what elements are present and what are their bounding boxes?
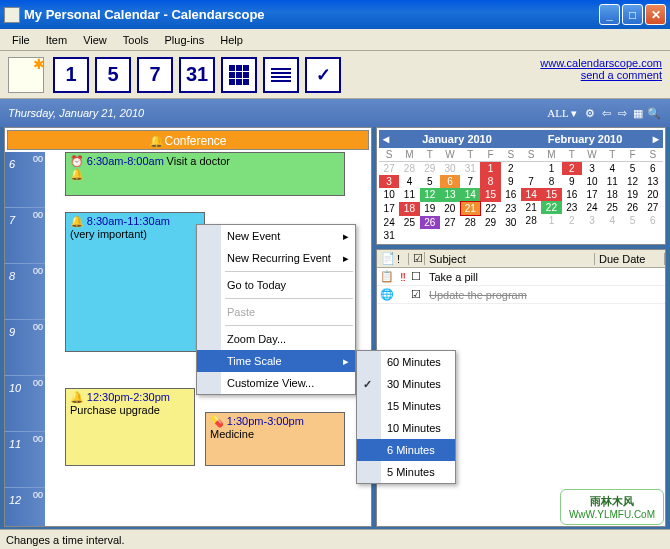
time-ruler: 600 700 800 900 1000 1100 1200 100 <box>5 152 45 526</box>
mini-calendar-panel: ◄ January 2010 February 2010 ► SMTWTFS 2… <box>376 127 666 245</box>
filter-all-dropdown[interactable]: ALL ▾ <box>543 107 581 120</box>
ctx-zoom-day[interactable]: Zoom Day... <box>197 328 355 350</box>
all-day-event[interactable]: 🔔Conference <box>7 130 369 150</box>
ts-6min[interactable]: 6 Minutes <box>357 439 455 461</box>
task-checkbox[interactable]: ☑ <box>411 288 425 301</box>
task-subject: Update the program <box>425 289 663 301</box>
month-label-feb[interactable]: February 2010 <box>521 133 649 145</box>
month-view-button[interactable]: 31 <box>179 57 215 93</box>
task-list-header: 📄 ! ☑ Subject Due Date <box>377 250 665 268</box>
check-icon: ✓ <box>363 378 372 391</box>
appointment-purchase[interactable]: 🔔 12:30pm-2:30pm Purchase upgrade <box>65 388 195 466</box>
col-subject[interactable]: Subject <box>425 253 595 265</box>
bell-icon: 🔔 <box>70 391 84 403</box>
col-duedate[interactable]: Due Date <box>595 253 665 265</box>
ctx-customize-view[interactable]: Customize View... <box>197 372 355 394</box>
app-icon <box>4 7 20 23</box>
date-header: Thursday, January 21, 2010 ALL ▾ ⚙ ⇦ ⇨ ▦… <box>0 99 670 127</box>
gear-icon[interactable]: ⚙ <box>582 107 598 120</box>
status-bar: Changes a time interval. <box>0 529 670 549</box>
appointment-important[interactable]: 🔔 8:30am-11:30am (very important) <box>65 212 205 352</box>
medicine-icon: 💊 <box>210 415 224 427</box>
timescale-submenu: 60 Minutes ✓30 Minutes 15 Minutes 10 Min… <box>356 350 456 484</box>
task-icon: 🌐 <box>379 288 395 301</box>
window-titlebar: My Personal Calendar - Calendarscope _ □… <box>0 0 670 29</box>
toolbar: 1 5 7 31 ✓ www.calendarscope.com send a … <box>0 51 670 99</box>
ts-10min[interactable]: 10 Minutes <box>357 417 455 439</box>
menu-item[interactable]: Item <box>38 32 75 48</box>
current-date: Thursday, January 21, 2010 <box>8 107 144 119</box>
ctx-new-recurring[interactable]: New Recurring Event▸ <box>197 247 355 269</box>
menu-view[interactable]: View <box>75 32 115 48</box>
bell-icon: 🔔 <box>70 168 84 180</box>
menu-plugins[interactable]: Plug-ins <box>156 32 212 48</box>
ctx-time-scale[interactable]: Time Scale▸ <box>197 350 355 372</box>
task-row[interactable]: 📋 ‼ ☐ Take a pill <box>377 268 665 286</box>
ctx-new-event[interactable]: New Event▸ <box>197 225 355 247</box>
minical-january[interactable]: SMTWTFS 272829303112 3456789 10111213141… <box>379 148 521 242</box>
appointment-medicine[interactable]: 💊 1:30pm-3:00pm Medicine <box>205 412 345 466</box>
close-button[interactable]: ✕ <box>645 4 666 25</box>
workweek-view-button[interactable]: 5 <box>95 57 131 93</box>
ts-15min[interactable]: 15 Minutes <box>357 395 455 417</box>
priority-high-icon: ‼ <box>395 271 411 283</box>
minical-february[interactable]: SMTWTFS 123456 78910111213 1415161718192… <box>521 148 663 242</box>
col-complete[interactable]: ☑ <box>409 252 425 265</box>
website-link[interactable]: www.calendarscope.com <box>540 57 662 69</box>
alarm-icon: ⏰ <box>70 155 84 167</box>
menu-file[interactable]: File <box>4 32 38 48</box>
grid-view-button[interactable] <box>221 57 257 93</box>
next-month-button[interactable]: ► <box>649 133 663 145</box>
ts-60min[interactable]: 60 Minutes <box>357 351 455 373</box>
prev-day-button[interactable]: ⇦ <box>598 107 614 120</box>
menu-tools[interactable]: Tools <box>115 32 157 48</box>
find-button[interactable]: 🔍 <box>646 107 662 120</box>
minimize-button[interactable]: _ <box>599 4 620 25</box>
task-row[interactable]: 🌐 ☑ Update the program <box>377 286 665 304</box>
feedback-link[interactable]: send a comment <box>540 69 662 81</box>
goto-date-button[interactable]: ▦ <box>630 107 646 120</box>
context-menu: New Event▸ New Recurring Event▸ Go to To… <box>196 224 356 395</box>
menu-help[interactable]: Help <box>212 32 251 48</box>
ts-5min[interactable]: 5 Minutes <box>357 461 455 483</box>
task-subject: Take a pill <box>425 271 663 283</box>
task-icon: 📋 <box>379 270 395 283</box>
col-icon[interactable]: 📄 <box>377 252 393 265</box>
tasks-view-button[interactable]: ✓ <box>305 57 341 93</box>
watermark: 雨林木风 WwW.YLMFU.CoM <box>560 489 664 525</box>
list-view-button[interactable] <box>263 57 299 93</box>
new-event-button[interactable] <box>8 57 44 93</box>
next-day-button[interactable]: ⇨ <box>614 107 630 120</box>
prev-month-button[interactable]: ◄ <box>379 133 393 145</box>
menu-bar: File Item View Tools Plug-ins Help <box>0 29 670 51</box>
ctx-paste: Paste <box>197 301 355 323</box>
month-label-jan[interactable]: January 2010 <box>393 133 521 145</box>
task-checkbox[interactable]: ☐ <box>411 270 425 283</box>
appointment-doctor[interactable]: ⏰ 6:30am-8:00am Visit a doctor 🔔 <box>65 152 345 196</box>
day-view-button[interactable]: 1 <box>53 57 89 93</box>
week-view-button[interactable]: 7 <box>137 57 173 93</box>
ctx-goto-today[interactable]: Go to Today <box>197 274 355 296</box>
bell-icon: 🔔 <box>70 215 84 227</box>
ts-30min[interactable]: ✓30 Minutes <box>357 373 455 395</box>
maximize-button[interactable]: □ <box>622 4 643 25</box>
window-title: My Personal Calendar - Calendarscope <box>24 7 599 22</box>
col-priority[interactable]: ! <box>393 253 409 265</box>
